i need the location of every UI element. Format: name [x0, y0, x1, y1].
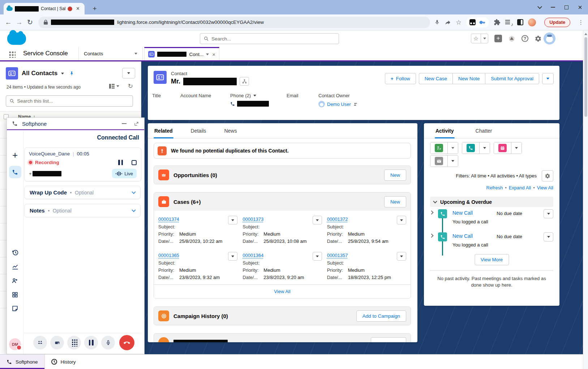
case-number-link[interactable]: 00001365 [158, 253, 179, 258]
clipped-section-button[interactable] [371, 337, 406, 343]
upcoming-overdue-section[interactable]: Upcoming & Overdue [430, 197, 553, 207]
view-more-button[interactable]: View More [475, 254, 509, 265]
agent-avatar[interactable]: DM [9, 338, 21, 350]
case-row-actions-button[interactable] [397, 216, 406, 224]
new-tab-button[interactable]: + [90, 4, 99, 13]
app-launcher-icon[interactable] [9, 51, 16, 58]
notes-icon[interactable] [12, 305, 18, 312]
case-number-link[interactable]: 00001372 [327, 216, 348, 222]
tab-search-chevron-icon[interactable] [537, 4, 542, 9]
expand-wrap-up-chevron-icon[interactable] [132, 190, 136, 194]
tab-activity[interactable]: Activity [435, 128, 455, 138]
pin-icon[interactable] [69, 70, 74, 77]
favorite-star-icon[interactable]: ☆ [471, 34, 481, 43]
activity-item-link[interactable]: New Call [452, 233, 473, 239]
window-maximize-button[interactable] [565, 5, 568, 9]
playlist-icon[interactable]: ♪ [505, 19, 512, 26]
new-case-related-button[interactable]: New [384, 196, 406, 207]
nav-tab-contacts[interactable]: Contacts [78, 47, 143, 60]
list-view-controls-button[interactable] [122, 68, 135, 78]
mic-icon[interactable] [434, 19, 440, 26]
history-icon[interactable] [12, 249, 19, 256]
chrome-update-button[interactable]: Update [544, 18, 570, 27]
log-call-button[interactable] [462, 142, 479, 154]
extension-icon[interactable] [469, 19, 476, 25]
apps-grid-icon[interactable] [12, 291, 18, 298]
password-key-icon[interactable] [479, 19, 486, 26]
share-icon[interactable] [445, 19, 451, 26]
activity-item-actions-button[interactable] [544, 209, 553, 218]
section-collapse-chevron-icon[interactable] [433, 199, 437, 203]
case-number-link[interactable]: 00001374 [158, 216, 179, 222]
notes-section[interactable]: Notes Optional [24, 204, 141, 217]
quick-create-icon[interactable]: + [494, 35, 502, 42]
new-task-chevron-icon[interactable] [447, 142, 458, 154]
new-note-button[interactable]: New Note [452, 73, 485, 84]
help-icon[interactable]: ? [522, 35, 528, 42]
cases-view-all-link[interactable]: View All [274, 289, 290, 294]
window-minimize-button[interactable] [551, 7, 555, 8]
new-task-button[interactable] [430, 142, 447, 154]
subtab-close-icon[interactable]: × [212, 51, 215, 57]
subtab-chevron-icon[interactable] [206, 53, 209, 55]
view-all-link[interactable]: View All [537, 185, 553, 190]
case-number-link[interactable]: 00001373 [243, 216, 263, 222]
submit-for-approval-button[interactable]: Submit for Approval [485, 73, 539, 84]
tab-news[interactable]: News [223, 128, 237, 138]
dialpad-button[interactable] [67, 336, 81, 349]
scrollbar-up-arrow[interactable] [584, 31, 587, 35]
expand-item-chevron-icon[interactable] [429, 210, 433, 214]
guidance-center-icon[interactable] [508, 35, 515, 42]
expand-item-chevron-icon[interactable] [429, 233, 433, 237]
phone-field-label[interactable]: Phone (2) [230, 93, 287, 98]
case-row-actions-button[interactable] [313, 252, 322, 261]
campaign-history-title[interactable]: Campaign History (0) [173, 313, 228, 319]
browser-tab[interactable]: Contact | Sal × [4, 3, 85, 14]
tab-close-icon[interactable]: × [74, 5, 81, 12]
cases-title[interactable]: Cases (6+) [173, 199, 201, 205]
email-chevron-icon[interactable] [447, 155, 458, 167]
browser-menu-kebab-icon[interactable]: ⋮ [578, 19, 584, 26]
utility-tab-history[interactable]: History [45, 355, 82, 369]
display-as-button[interactable] [109, 84, 119, 89]
expand-all-link[interactable]: Expand All [509, 185, 531, 190]
change-owner-icon[interactable] [353, 102, 358, 107]
setup-gear-icon[interactable] [535, 35, 542, 42]
tab-details[interactable]: Details [190, 128, 207, 138]
utility-tab-softphone[interactable]: Softphone [0, 355, 45, 369]
list-search[interactable] [6, 95, 133, 107]
list-view-title[interactable]: All Contacts [22, 70, 57, 77]
active-call-tab-icon[interactable] [9, 166, 21, 178]
activity-item-link[interactable]: New Call [452, 210, 473, 216]
new-event-button[interactable] [494, 142, 511, 154]
forward-button[interactable]: → [14, 18, 25, 26]
add-to-campaign-button[interactable]: Add to Campaign [356, 310, 406, 322]
favorites-chevron-icon[interactable] [481, 34, 488, 43]
new-event-chevron-icon[interactable] [511, 142, 522, 154]
nav-tab-chevron-icon[interactable] [134, 53, 137, 55]
list-view-chevron-icon[interactable] [61, 73, 64, 74]
tab-chatter[interactable]: Chatter [475, 128, 493, 138]
browser-profile-avatar[interactable] [528, 18, 536, 26]
activity-filters-gear-button[interactable] [542, 170, 553, 181]
scrollbar-thumb[interactable] [584, 37, 587, 117]
minimize-softphone-icon[interactable] [122, 123, 126, 124]
follow-button[interactable]: +Follow [385, 73, 416, 84]
reload-button[interactable]: ↻ [25, 18, 35, 26]
user-avatar[interactable] [544, 33, 555, 44]
case-row-actions-button[interactable] [397, 252, 406, 261]
wrap-up-code-section[interactable]: Wrap Up Code Optional [24, 186, 141, 199]
window-close-button[interactable]: × [578, 4, 582, 11]
list-search-input[interactable] [17, 98, 129, 104]
tab-related[interactable]: Related [154, 128, 173, 138]
case-number-link[interactable]: 00001364 [243, 253, 263, 258]
expand-notes-chevron-icon[interactable] [132, 208, 136, 212]
add-call-icon[interactable]: + [12, 150, 18, 161]
popout-icon[interactable] [134, 121, 139, 126]
case-number-link[interactable]: 00001357 [327, 253, 348, 258]
hold-button[interactable] [84, 336, 98, 349]
case-row-actions-button[interactable] [228, 216, 237, 224]
workspace-subtab-contact[interactable]: Cont... × [144, 47, 219, 60]
email-button[interactable] [430, 155, 447, 167]
refresh-link[interactable]: Refresh [486, 185, 503, 190]
